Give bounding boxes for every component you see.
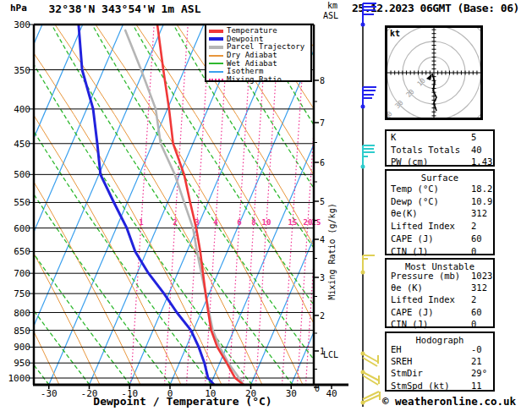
legend-item: Mixing Ratio xyxy=(209,76,310,85)
wind-barb-column xyxy=(361,3,381,407)
wind-barb-dot xyxy=(361,370,365,375)
wind-barb-dot xyxy=(361,105,365,109)
dry-adiabat-line xyxy=(0,25,59,385)
table-row-value: 0 xyxy=(471,246,476,256)
mixing-ratio-axis-label: Mixing Ratio (g/kg) xyxy=(327,202,337,302)
mixing-ratio-value: 10 xyxy=(262,218,271,227)
mixing-ratio-value: 8 xyxy=(251,218,255,227)
isotherm-line xyxy=(0,25,123,385)
temp-tick-label: 30 xyxy=(286,388,297,399)
table-row-value: 60 xyxy=(471,307,482,317)
pressure-tick-label: 850 xyxy=(14,326,30,337)
table-row-label: Lifted Index xyxy=(391,221,455,231)
mixing-ratio-line xyxy=(131,25,155,385)
mixing-ratio-value: 20 xyxy=(304,218,313,227)
km-tick-label: 4 xyxy=(320,235,325,244)
table-row-value: 40 xyxy=(471,145,482,155)
pressure-tick-label: 800 xyxy=(14,308,30,319)
wind-barb xyxy=(361,370,380,386)
legend-label: Mixing Ratio xyxy=(227,76,282,84)
isotherm-line xyxy=(49,25,204,385)
wind-barb xyxy=(361,255,376,275)
pressure-tick-label: 700 xyxy=(14,268,30,279)
x-axis-label: Dewpoint / Temperature (°C) xyxy=(93,395,272,408)
temp-tick-label: 40 xyxy=(326,388,337,399)
table-row-value: 5 xyxy=(471,132,476,142)
km-tick-label: 8 xyxy=(320,76,325,85)
pressure-unit-label: hPa xyxy=(10,3,27,14)
km-tick-label: 3 xyxy=(320,273,325,282)
station-title: 32°38'N 343°54'W 1m ASL xyxy=(42,3,207,15)
km-tick-label: 0 xyxy=(315,384,320,393)
table-row-value: 60 xyxy=(471,233,482,244)
table-row-value: 21 xyxy=(471,356,482,366)
mixing-ratio-value: 4 xyxy=(213,218,218,227)
table-row-label: K xyxy=(391,132,396,142)
dry-adiabat-line xyxy=(0,25,19,385)
mixing-ratio-value: 6 xyxy=(237,218,241,227)
index-table-surface: SurfaceTemp (°C)18.2Dewp (°C)10.9θe(K)31… xyxy=(385,169,495,255)
legend-sample-dry-adiabat xyxy=(209,55,223,57)
legend-label: Isotherm xyxy=(227,68,263,75)
table-row-label: EH xyxy=(391,344,402,354)
wind-barb-dot xyxy=(361,401,365,405)
mixing-ratio-value: 15 xyxy=(288,218,298,227)
table-row-label: CIN (J) xyxy=(391,319,428,329)
pressure-tick-label: 900 xyxy=(14,342,30,353)
datetime-title: 25.12.2023 06GMT (Base: 06) xyxy=(352,2,519,14)
km-tick-label: 5 xyxy=(320,197,325,206)
isotherm-line xyxy=(0,25,42,385)
isotherm-line xyxy=(0,25,83,385)
pressure-tick-label: 550 xyxy=(14,197,30,208)
lcl-label: LCL xyxy=(323,350,338,359)
pressure-tick-label: 600 xyxy=(14,223,30,234)
wet-adiabat-line xyxy=(0,25,90,385)
mixing-ratio-labels: 12346810152025 xyxy=(139,218,321,227)
pressure-tick-label: 350 xyxy=(14,65,30,76)
table-row-label: θe(K) xyxy=(391,208,418,218)
mixing-ratio-value: 25 xyxy=(312,218,321,227)
index-table-most-unstable: Most UnstablePressure (mb)1023θe (K)312L… xyxy=(385,258,495,328)
wet-adiabat-line xyxy=(0,25,171,385)
table-row-label: CAPE (J) xyxy=(391,307,434,317)
table-row-value: 1023 xyxy=(471,271,492,281)
legend-sample-dewpoint xyxy=(209,37,223,41)
km-tick-label: 2 xyxy=(320,311,325,321)
legend-sample-isotherm xyxy=(209,71,223,73)
table-row-value: 2 xyxy=(471,294,476,304)
wet-adiabat-line xyxy=(0,25,49,385)
legend-label: Dry Adiabat xyxy=(227,52,277,59)
dry-adiabat-line xyxy=(14,25,222,385)
km-tick-label: 7 xyxy=(320,118,325,128)
legend-sample-parcel-trajectory xyxy=(209,46,223,49)
temp-tick-label: -30 xyxy=(41,388,58,399)
wind-barb xyxy=(361,352,379,367)
table-row-value: 29° xyxy=(471,368,487,378)
wind-barb xyxy=(361,392,381,405)
wet-adiabat-line xyxy=(0,25,8,385)
table-row-value: -0 xyxy=(471,344,482,354)
table-row-value: 18.2 xyxy=(471,184,492,194)
legend: TemperatureDewpointParcel TrajectoryDry … xyxy=(205,24,312,82)
index-table: K5Totals Totals40PW (cm)1.43 xyxy=(385,129,495,167)
hodograph-panel: kt 10203040 xyxy=(385,25,483,120)
table-row-label: StmDir xyxy=(391,368,423,378)
wind-barb-dot xyxy=(361,165,365,169)
table-row-value: 1.43 xyxy=(471,156,492,167)
skewt-sounding-page: hPa 32°38'N 343°54'W 1m ASL km ASL 25.12… xyxy=(0,0,532,411)
wind-barb-dot xyxy=(361,352,365,356)
km-tick-label: 6 xyxy=(320,158,325,167)
pressure-tick-label: 1000 xyxy=(8,373,31,384)
table-row-label: θe (K) xyxy=(391,282,423,293)
legend-label: Temperature xyxy=(227,27,277,35)
dry-adiabat-line xyxy=(0,25,181,385)
dry-adiabat-line xyxy=(0,25,140,385)
isotherm-line xyxy=(8,25,163,385)
table-row-label: PW (cm) xyxy=(391,156,428,167)
wind-barb-dot xyxy=(361,23,365,27)
mixing-ratio-line xyxy=(165,25,189,385)
table-row-label: CAPE (J) xyxy=(391,233,434,244)
table-row-label: Temp (°C) xyxy=(391,184,439,194)
hodograph-unit-label: kt xyxy=(390,29,400,38)
table-row-label: Totals Totals xyxy=(391,145,460,155)
